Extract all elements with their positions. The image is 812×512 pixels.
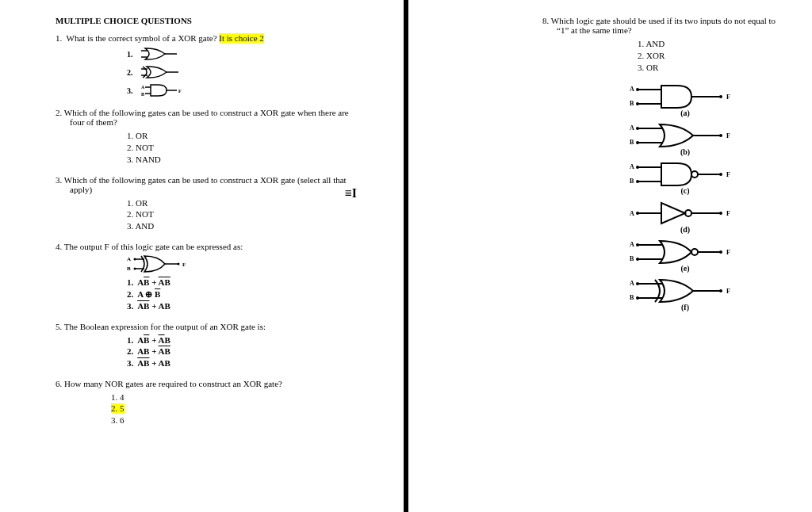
- q6-opt2: 2. 5: [111, 403, 124, 413]
- q1-opt2: 2.: [127, 64, 365, 80]
- xor-gate-icon: [141, 64, 189, 80]
- left-page: MULTIPLE CHOICE QUESTIONS 1. What is the…: [0, 0, 396, 512]
- or-gate-icon: [141, 46, 189, 62]
- svg-text:B: B: [630, 294, 634, 301]
- svg-point-73: [719, 289, 722, 292]
- q3-opt3: 3. AND: [127, 220, 365, 232]
- question-5: 5. The Boolean expression for the output…: [56, 322, 365, 370]
- question-4: 4. The output F of this logic gate can b…: [56, 242, 365, 312]
- xor-gate-icon: A B F: [630, 277, 741, 304]
- page-gutter: [396, 0, 416, 512]
- q6-opt1: 1. 4: [111, 392, 365, 403]
- q1-opt1: 1.: [127, 46, 365, 62]
- svg-point-54: [719, 212, 722, 215]
- svg-text:F: F: [726, 210, 730, 217]
- question-3: 3. Which of the following gates can be u…: [56, 175, 365, 233]
- q2-opt2: 2. NOT: [127, 142, 365, 154]
- svg-text:A: A: [630, 280, 634, 287]
- svg-text:F: F: [182, 262, 186, 268]
- svg-point-37: [719, 134, 722, 137]
- q5-options: 1. AB + AB 2. AB + AB 3. AB + AB: [56, 334, 365, 370]
- q3-text: 3. Which of the following gates can be u…: [56, 175, 365, 194]
- svg-text:F: F: [726, 249, 730, 256]
- svg-text:B: B: [127, 266, 131, 272]
- question-2: 2. Which of the following gates can be u…: [56, 108, 365, 166]
- svg-text:A: A: [630, 163, 634, 170]
- q5-text: 5. The Boolean expression for the output…: [56, 322, 365, 331]
- svg-text:F: F: [178, 89, 182, 94]
- svg-text:B: B: [630, 139, 634, 146]
- q6-opt3: 3. 6: [111, 415, 365, 426]
- diagram-f: A B F (f): [590, 277, 780, 311]
- q8-opt1: 1. AND: [638, 38, 780, 50]
- svg-text:F: F: [726, 94, 730, 101]
- right-page: 8. Which logic gate should be used if it…: [416, 0, 812, 512]
- diagram-b: A B F (b): [590, 122, 780, 156]
- svg-point-28: [719, 95, 722, 98]
- question-6: 6. How many NOR gates are required to co…: [56, 379, 365, 426]
- svg-text:A: A: [630, 241, 634, 248]
- question-8: 8. Which logic gate should be used if it…: [542, 16, 780, 74]
- svg-text:A: A: [630, 210, 634, 217]
- or-gate-icon: A B F: [630, 122, 741, 149]
- q2-text: 2. Which of the following gates can be u…: [56, 108, 365, 127]
- diagram-d: A F (d): [590, 200, 780, 234]
- not-gate-icon: A F: [630, 200, 741, 227]
- q3-opt1: 1. OR: [127, 197, 365, 209]
- svg-point-47: [719, 173, 722, 176]
- and-gate-icon: A B F: [630, 83, 741, 110]
- q8-opt2: 2. XOR: [638, 50, 780, 62]
- svg-text:B: B: [141, 92, 144, 97]
- text-cursor-icon: ≡I: [345, 186, 357, 201]
- xor-gate-diagram-icon: A B F: [127, 254, 198, 275]
- svg-point-45: [691, 171, 698, 178]
- q2-opt1: 1. OR: [127, 130, 365, 142]
- gate-diagrams: A B F (a) A B: [542, 83, 780, 311]
- svg-text:A: A: [630, 86, 634, 93]
- svg-text:B: B: [630, 100, 634, 107]
- q8-text: 8. Which logic gate should be used if it…: [542, 16, 780, 35]
- diagram-a: A B F (a): [590, 83, 780, 117]
- q1-num: 1.: [56, 33, 62, 43]
- nor-gate-icon: A B F: [630, 239, 741, 266]
- q3-opt2: 2. NOT: [127, 208, 365, 220]
- q6-text: 6. How many NOR gates are required to co…: [56, 379, 365, 388]
- question-1: 1. What is the correct symbol of a XOR g…: [56, 33, 365, 98]
- svg-text:B: B: [630, 255, 634, 262]
- nand-gate-icon: A B F: [630, 161, 741, 188]
- svg-point-64: [719, 250, 722, 254]
- diagram-c: A B F (c): [590, 161, 780, 195]
- q1-opt3: 3. A B F: [127, 82, 365, 98]
- svg-text:F: F: [726, 288, 730, 295]
- svg-text:B: B: [630, 178, 634, 185]
- svg-text:F: F: [726, 171, 730, 178]
- q2-opt3: 3. NAND: [127, 154, 365, 166]
- page-title: MULTIPLE CHOICE QUESTIONS: [56, 16, 365, 25]
- q4-options: 1. AB + AB 2. A ⊕ B 3. AB + AB: [56, 277, 365, 312]
- q8-opt3: 3. OR: [638, 62, 780, 74]
- q4-text: 4. The output F of this logic gate can b…: [56, 242, 365, 251]
- q1-highlight: It is choice 2: [219, 33, 264, 43]
- svg-text:F: F: [726, 132, 730, 139]
- svg-point-19: [178, 263, 180, 266]
- svg-text:A: A: [127, 256, 131, 262]
- svg-text:A: A: [630, 124, 634, 132]
- and-gate-labeled-icon: A B F: [141, 82, 189, 98]
- svg-text:A: A: [141, 85, 145, 90]
- q1-text: What is the correct symbol of a XOR gate…: [67, 33, 217, 43]
- page-spread: MULTIPLE CHOICE QUESTIONS 1. What is the…: [0, 0, 812, 512]
- diagram-e: A B F (e): [590, 239, 780, 273]
